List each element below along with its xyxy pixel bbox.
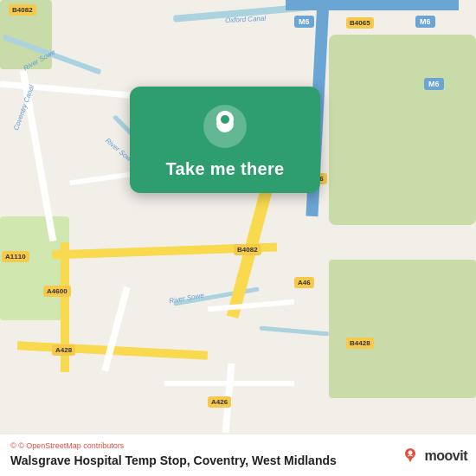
a428-label-2: A426 (208, 396, 231, 408)
take-me-there-button[interactable]: Take me there (166, 159, 285, 179)
b4065-label: B4065 (346, 17, 374, 29)
svg-point-7 (408, 451, 412, 455)
svg-point-3 (221, 115, 229, 124)
moovit-logo: moovit (399, 445, 467, 467)
minor-road-7 (164, 381, 294, 386)
a428-label: A428 (52, 344, 75, 356)
a1110-label: A1110 (2, 251, 29, 262)
location-name: Walsgrave Hospital Temp Stop, Coventry, … (10, 453, 466, 467)
green-area-1 (329, 35, 476, 225)
green-area-2 (329, 260, 476, 398)
b4428-label: B4428 (346, 338, 374, 349)
b4082-label-1: B4082 (9, 4, 36, 16)
m6-label-1: M6 (294, 16, 314, 28)
moovit-text-label: moovit (425, 448, 467, 464)
copyright-text: © © OpenStreetMap contributors (10, 441, 466, 450)
b4082-label-2: B4082 (234, 244, 261, 255)
green-area-4 (0, 216, 69, 320)
a4600-label: A4600 (43, 286, 71, 297)
map: M6 M6 M6 B4065 B4082 B4082 A46 A46 A4600… (0, 0, 476, 476)
motorway-m6-h (286, 0, 459, 10)
popup-card: Take me there (130, 87, 320, 193)
a46-label-2: A46 (294, 277, 314, 288)
m6-label-2: M6 (424, 78, 444, 90)
copyright-symbol: © (10, 441, 16, 450)
m6-label-3: M6 (415, 16, 435, 28)
location-pin-icon (203, 104, 248, 149)
moovit-icon (399, 445, 421, 467)
